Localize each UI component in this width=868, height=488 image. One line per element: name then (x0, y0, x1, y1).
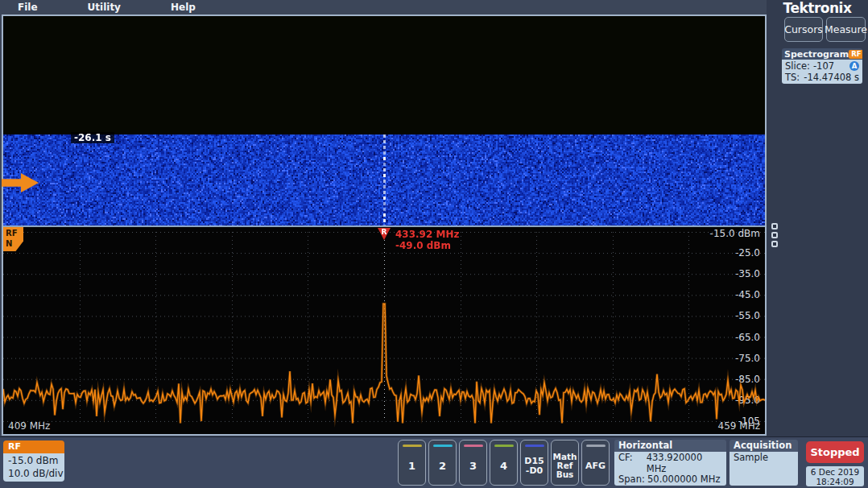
channel-4-label: 4 (500, 447, 507, 485)
channel-3-button[interactable]: 3 (459, 440, 487, 486)
channel-2-label: 2 (439, 447, 446, 485)
bus-label: Bus (556, 470, 574, 479)
rbw-row: RBW: 50.00 kHz (618, 486, 722, 486)
spectrogram-panel-title: Spectrogram (784, 49, 849, 60)
rf-channel-badge-title: RF (3, 440, 64, 453)
math-ref-bus-label: Math Ref Bus (552, 447, 577, 485)
tektronix-logo: Tektronix (767, 0, 868, 16)
ts-row: TS: -14.47408 s (785, 72, 859, 83)
ts-label: TS: (785, 72, 800, 83)
date-line: 6 Dec 2019 (806, 467, 864, 477)
spectrogram-panel-header: Spectrogram RF (782, 48, 862, 60)
afg-label: AFG (585, 447, 606, 485)
menu-bar: File Utility Help (0, 0, 767, 14)
acquisition-panel[interactable]: Acquisition Sample (730, 440, 798, 486)
marker-a-chip: A (849, 61, 859, 71)
cursors-button[interactable]: Cursors (784, 17, 823, 42)
channel-4-button[interactable]: 4 (490, 440, 518, 486)
span-label: Span: (618, 474, 647, 486)
spectrum-panel: -15.0 dBm -25.0 -35.0 -45.0 -55.0 -65.0 … (3, 227, 765, 434)
digital-channels-label: D15 -D0 (524, 447, 544, 485)
cf-value: 433.920000 MHz (647, 453, 722, 474)
marker-readout: 433.92 MHz -49.0 dBm (395, 229, 459, 251)
rf-ref-level: -15.0 dBm (8, 454, 64, 467)
channel-1-label: 1 (408, 447, 415, 485)
slice-label: Slice: (785, 60, 810, 72)
acquisition-panel-title: Acquisition (730, 440, 798, 452)
marker-amplitude: -49.0 dBm (395, 240, 459, 251)
spectrogram-badge-panel[interactable]: Spectrogram RF Slice: -107 A TS: -14.474… (782, 48, 862, 84)
oscilloscope-ui: File Utility Help -26.1 s -15.0 dBm -25.… (0, 0, 868, 488)
rf-scale: 10.0 dB/div (8, 467, 64, 480)
channel-2-button[interactable]: 2 (428, 440, 457, 486)
cf-label: CF: (618, 453, 647, 474)
slice-row: Slice: -107 A (785, 60, 859, 72)
rbw-value: 50.00 kHz (647, 486, 694, 486)
rbw-label: RBW: (618, 486, 647, 486)
menu-file[interactable]: File (18, 2, 38, 13)
menu-help[interactable]: Help (171, 2, 196, 13)
measure-button[interactable]: Measure (826, 17, 866, 42)
reference-marker[interactable]: R (378, 228, 391, 240)
time-line: 18:24:09 (806, 477, 864, 486)
digital-label-line1: D15 (524, 457, 544, 466)
rf-channel-badge[interactable]: RF -15.0 dBm 10.0 dB/div (3, 440, 64, 482)
horizontal-panel-body: CF: 433.920000 MHz Span: 50.000000 MHz R… (614, 452, 726, 486)
rf-source-chip: RF (849, 50, 862, 59)
rf-source-badge-line1: RF (6, 228, 23, 238)
spectrum-canvas[interactable] (3, 227, 765, 434)
marker-frequency: 433.92 MHz (395, 229, 459, 240)
channel-1-button[interactable]: 1 (398, 440, 426, 486)
span-row: Span: 50.000000 MHz (618, 474, 722, 486)
marker-letter: R (378, 228, 391, 236)
acquisition-mode: Sample (734, 453, 794, 464)
spectrogram-time-cursor-label: -26.1 s (71, 132, 114, 143)
channel-3-label: 3 (469, 447, 477, 485)
spectrogram-empty-region (3, 16, 765, 134)
horizontal-panel[interactable]: Horizontal CF: 433.920000 MHz Span: 50.0… (614, 440, 726, 486)
rf-channel-badge-body: -15.0 dBm 10.0 dB/div (3, 453, 64, 482)
run-stop-status-button[interactable]: Stopped (806, 441, 864, 463)
waveform-display: -26.1 s -15.0 dBm -25.0 -35.0 -45.0 -55.… (2, 14, 767, 436)
math-ref-bus-button[interactable]: Math Ref Bus (551, 440, 579, 486)
afg-button[interactable]: AFG (581, 440, 610, 486)
panel-drag-grip-icon[interactable] (771, 223, 778, 247)
bottom-bar: RF -15.0 dBm 10.0 dB/div 1 2 3 4 (0, 436, 868, 488)
spectrogram-panel-body: Slice: -107 A TS: -14.47408 s (782, 60, 862, 84)
right-sidebar: Tektronix Cursors Measure Spectrogram RF… (767, 0, 868, 436)
horizontal-panel-title: Horizontal (614, 440, 726, 452)
spectrogram-canvas[interactable] (3, 134, 765, 225)
span-value: 50.000000 MHz (647, 474, 720, 486)
menu-utility[interactable]: Utility (88, 2, 121, 13)
acquisition-panel-body: Sample (730, 452, 798, 486)
slice-value: -107 (813, 60, 849, 72)
datetime-display: 6 Dec 2019 18:24:09 (806, 466, 864, 486)
digital-label-line2: -D0 (526, 466, 543, 476)
channel-button-row: 1 2 3 4 D15 -D0 (398, 440, 610, 486)
cf-row: CF: 433.920000 MHz (618, 453, 722, 474)
ts-value: -14.47408 s (803, 72, 859, 83)
digital-channels-button[interactable]: D15 -D0 (520, 440, 548, 486)
